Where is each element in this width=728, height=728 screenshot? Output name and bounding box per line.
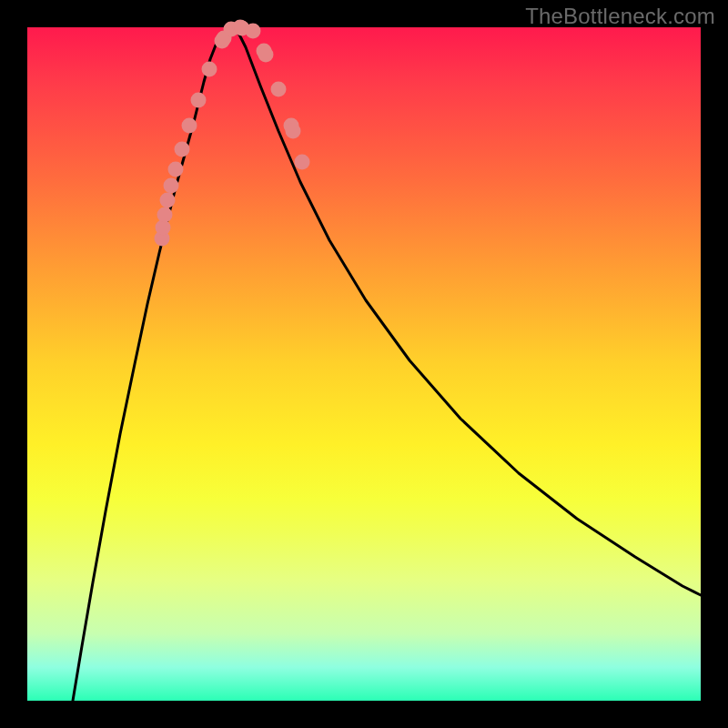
dot [182,118,197,134]
dot [164,178,179,194]
dot [202,62,217,77]
watermark-text: TheBottleneck.com [525,4,715,29]
scatter-dots [155,20,310,247]
chart-svg [27,27,701,701]
plot-area [27,27,701,701]
curve-lines [73,27,701,701]
dot [191,93,207,108]
dot [160,193,176,208]
dot [271,82,287,97]
dot [168,162,184,177]
dot [175,142,190,157]
dot [157,207,173,223]
curve-right-curve [235,27,701,595]
dot [286,124,301,139]
dot [246,24,261,39]
dot [295,155,310,170]
curve-left-curve [73,27,235,701]
chart-frame: TheBottleneck.com [0,0,728,728]
dot [258,47,274,63]
